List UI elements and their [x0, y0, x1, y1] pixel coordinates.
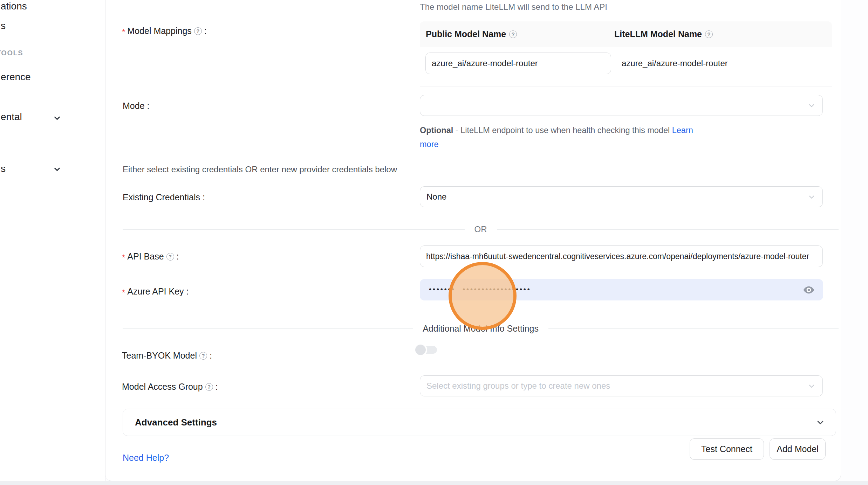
label-colon: :	[203, 192, 205, 202]
additional-settings-divider-label: Additional Model Info Settings	[423, 324, 539, 334]
page-background-strip	[0, 481, 868, 485]
existing-credentials-select[interactable]: None	[420, 186, 823, 207]
sidebar-item-settings[interactable]: s	[1, 163, 6, 174]
mode-select[interactable]	[420, 95, 823, 116]
model-access-group-label-text: Model Access Group	[122, 382, 203, 392]
existing-credentials-label: Existing Credentials :	[123, 192, 205, 202]
add-model-page: ations s TOOLS erence ental s The model …	[0, 0, 868, 485]
team-byok-toggle[interactable]	[414, 343, 438, 356]
sidebar-item-organizations[interactable]: ations	[1, 1, 27, 12]
chevron-down-icon[interactable]	[53, 165, 62, 174]
advanced-settings-toggle[interactable]: Advanced Settings	[123, 409, 836, 436]
column-header-public-model-name: Public Model Name ?	[420, 21, 608, 47]
masked-key-dots: ••••••••••••••••••	[463, 285, 531, 293]
model-access-group-select[interactable]: Select existing groups or type to create…	[420, 375, 823, 396]
help-icon[interactable]: ?	[705, 30, 713, 38]
public-model-name-input[interactable]	[425, 53, 611, 74]
model-mappings-header-row: Public Model Name ? LiteLLM Model Name ?	[420, 21, 832, 47]
sidebar-section-tools: TOOLS	[0, 49, 23, 57]
mode-help-body: - LiteLLM endpoint to use when health ch…	[453, 126, 672, 135]
team-byok-label: Team-BYOK Model ? :	[122, 351, 212, 361]
help-icon[interactable]: ?	[205, 383, 213, 391]
sidebar-item[interactable]: s	[1, 20, 6, 32]
azure-api-key-label-text: Azure API Key	[127, 286, 184, 297]
model-mappings-label-text: Model Mappings	[127, 26, 191, 36]
add-model-button[interactable]: Add Model	[770, 438, 826, 460]
model-name-hint: The model name LiteLLM will send to the …	[420, 2, 607, 12]
advanced-settings-label: Advanced Settings	[135, 417, 217, 428]
need-help-link[interactable]: Need Help?	[123, 453, 169, 463]
api-base-label-text: API Base	[127, 251, 164, 262]
required-asterisk: *	[122, 253, 125, 263]
sidebar-item-experimental[interactable]: ental	[1, 111, 22, 123]
help-icon[interactable]: ?	[509, 30, 517, 38]
help-icon[interactable]: ?	[166, 253, 174, 261]
label-colon: :	[177, 251, 179, 262]
sidebar: ations s TOOLS erence ental s	[0, 0, 105, 481]
credentials-note: Either select existing credentials OR en…	[123, 165, 397, 174]
model-access-group-placeholder: Select existing groups or type to create…	[426, 381, 610, 391]
existing-credentials-value: None	[426, 192, 446, 202]
test-connect-button[interactable]: Test Connect	[690, 438, 764, 460]
mode-help-text: Optional - LiteLLM endpoint to use when …	[420, 123, 713, 151]
team-byok-label-text: Team-BYOK Model	[122, 351, 197, 361]
azure-api-key-label: * Azure API Key :	[122, 286, 189, 297]
or-divider-label: OR	[474, 224, 487, 234]
sidebar-item-reference[interactable]: erence	[1, 71, 31, 83]
existing-credentials-label-text: Existing Credentials	[123, 192, 200, 202]
api-base-input[interactable]	[420, 245, 823, 267]
label-colon: :	[204, 26, 207, 36]
chevron-down-icon	[807, 381, 816, 390]
mode-label-text: Mode	[123, 101, 145, 111]
model-mappings-table: Public Model Name ? LiteLLM Model Name ?…	[420, 21, 832, 86]
column-header-text: LiteLLM Model Name	[614, 29, 702, 39]
model-mappings-row: azure_ai/azure-model-router	[420, 47, 832, 86]
api-base-label: * API Base ? :	[122, 251, 179, 262]
litellm-model-name-value: azure_ai/azure-model-router	[622, 53, 728, 74]
mode-label: Mode :	[123, 101, 150, 111]
chevron-down-icon	[815, 417, 825, 427]
chevron-down-icon	[807, 101, 816, 110]
required-asterisk: *	[122, 288, 125, 298]
column-header-litellm-model-name: LiteLLM Model Name ?	[608, 21, 832, 47]
model-access-group-label: Model Access Group ? :	[122, 382, 218, 392]
additional-settings-divider: Additional Model Info Settings	[123, 324, 839, 334]
required-asterisk: *	[122, 27, 125, 37]
masked-key-dots: •••••••	[429, 285, 456, 293]
label-colon: :	[147, 101, 150, 111]
chevron-down-icon	[807, 192, 816, 201]
azure-api-key-input[interactable]: ••••••• ••••••••••••••••••	[420, 279, 823, 300]
label-colon: :	[210, 351, 212, 361]
label-colon: :	[216, 382, 218, 392]
help-icon[interactable]: ?	[194, 27, 202, 35]
column-header-text: Public Model Name	[426, 29, 506, 39]
optional-badge-text: Optional	[420, 126, 453, 135]
eye-icon[interactable]	[802, 283, 815, 297]
model-mappings-label: * Model Mappings ? :	[122, 26, 207, 36]
toggle-knob	[414, 343, 427, 356]
label-colon: :	[186, 286, 189, 297]
or-divider: OR	[123, 224, 839, 234]
chevron-down-icon[interactable]	[53, 113, 62, 123]
help-icon[interactable]: ?	[199, 352, 207, 360]
